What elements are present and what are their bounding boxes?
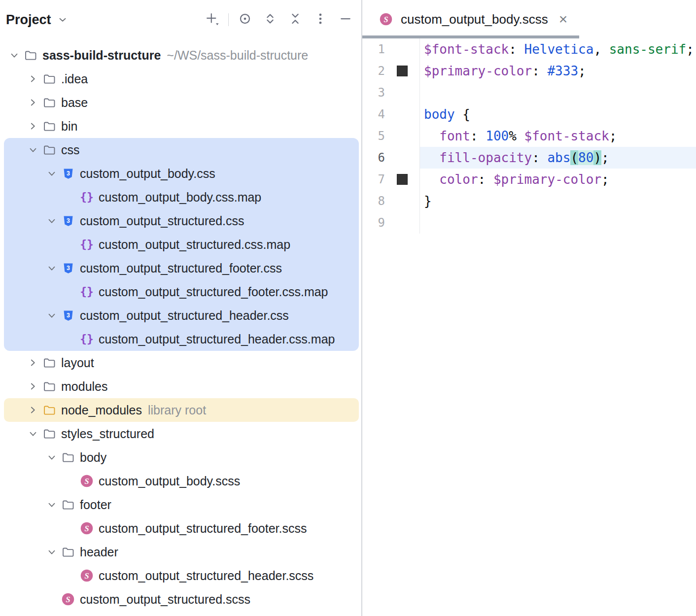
project-view-selector[interactable]: Project [6, 12, 70, 28]
tree-row[interactable]: layout [0, 351, 361, 375]
chevron-down-icon[interactable] [44, 450, 59, 465]
tree-item-label: custom_output_structured_header.scss [99, 569, 313, 583]
svg-text:S: S [84, 571, 89, 581]
tree-row[interactable]: {}custom_output_structured_footer.css.ma… [0, 280, 361, 304]
editor-tab[interactable]: S custom_output_body.scss × [362, 0, 579, 38]
line-number[interactable]: 6 [362, 151, 385, 165]
tree-row[interactable]: {}custom_output_body.css.map [0, 185, 361, 209]
chevron-spacer [44, 592, 59, 607]
line-number[interactable]: 2 [362, 64, 385, 78]
chevron-right-icon[interactable] [26, 71, 40, 86]
tree-row[interactable]: Scustom_output_structured.scss [0, 587, 361, 611]
chevron-right-icon[interactable] [26, 403, 40, 417]
tree-row[interactable]: header [0, 540, 361, 564]
tree-row[interactable]: Scustom_output_structured_header.scss [0, 564, 361, 587]
tree-row[interactable]: styles_structured [0, 422, 361, 445]
sourcemap-file-icon: {} [79, 237, 95, 252]
editor-gutter: 6 [362, 147, 420, 169]
chevron-down-icon[interactable] [26, 142, 40, 157]
tree-row[interactable]: modules [0, 375, 361, 398]
sourcemap-file-icon: {} [79, 189, 95, 205]
line-number[interactable]: 5 [362, 129, 385, 143]
code-line: 3 [362, 82, 696, 103]
editor-gutter: 1 [362, 38, 420, 60]
line-number[interactable]: 1 [362, 42, 385, 56]
tree-row[interactable]: body [0, 445, 361, 469]
code-text[interactable]: $font-stack: Helvetica, sans-serif; [420, 38, 696, 60]
chevron-down-icon[interactable] [26, 426, 40, 441]
tree-row[interactable]: Scustom_output_body.scss [0, 469, 361, 493]
ide-window: Project sass-build-structure~/WS/sass-bu… [0, 0, 696, 616]
tree-row[interactable]: 3custom_output_structured_footer.css [0, 256, 361, 280]
folder-icon [41, 355, 57, 371]
tree-item-label: .idea [61, 72, 88, 86]
line-number[interactable]: 3 [362, 86, 385, 100]
expand-all-button[interactable] [261, 11, 279, 29]
tree-row[interactable]: {}custom_output_structured.css.map [0, 233, 361, 256]
tree-row[interactable]: sass-build-structure~/WS/sass-build-stru… [0, 43, 361, 67]
tree-row[interactable]: bin [0, 114, 361, 138]
tree-row[interactable]: footer [0, 493, 361, 516]
chevron-down-icon[interactable] [7, 48, 22, 63]
chevron-spacer [63, 521, 78, 536]
svg-text:3: 3 [67, 170, 70, 177]
chevron-down-icon[interactable] [44, 166, 59, 181]
line-number[interactable]: 4 [362, 107, 385, 121]
folder-icon [60, 449, 76, 465]
tree-item-suffix: library root [148, 403, 206, 417]
code-text[interactable]: } [420, 190, 696, 212]
chevron-down-icon[interactable] [44, 213, 59, 228]
code-text[interactable]: $primary-color: #333; [420, 60, 696, 82]
chevron-down-icon[interactable] [44, 545, 59, 559]
tree-row[interactable]: 3custom_output_structured.css [0, 209, 361, 233]
chevron-right-icon[interactable] [26, 355, 40, 370]
chevron-right-icon[interactable] [26, 379, 40, 394]
tree-item-label: custom_output_body.css [80, 167, 215, 181]
plus-icon [204, 11, 220, 29]
editor-tab-label: custom_output_body.scss [401, 12, 548, 27]
chevron-down-icon[interactable] [44, 497, 59, 512]
sass-file-icon: S [79, 520, 95, 536]
locate-button[interactable] [236, 11, 254, 29]
chevron-right-icon[interactable] [26, 95, 40, 110]
color-preview-swatch[interactable] [397, 66, 408, 76]
tree-row[interactable]: base [0, 91, 361, 114]
tree-row[interactable]: .idea [0, 67, 361, 91]
gutter-icon-slot [385, 174, 419, 185]
line-number[interactable]: 9 [362, 216, 385, 230]
color-preview-swatch[interactable] [397, 174, 408, 185]
svg-text:S: S [84, 477, 89, 486]
more-options-button[interactable] [312, 11, 329, 29]
code-text[interactable] [420, 82, 696, 103]
collapse-all-button[interactable] [286, 11, 304, 29]
code-text[interactable] [420, 212, 696, 234]
code-editor[interactable]: 1$font-stack: Helvetica, sans-serif;2$pr… [362, 38, 696, 616]
chevron-down-icon [55, 12, 70, 27]
chevron-down-icon[interactable] [44, 261, 59, 275]
tree-row[interactable]: 3custom_output_structured_header.css [0, 304, 361, 327]
collapse-icon [288, 11, 303, 28]
library-folder-icon [41, 402, 57, 418]
minus-icon [338, 11, 353, 28]
code-text[interactable]: font: 100% $font-stack; [420, 125, 696, 147]
line-number[interactable]: 8 [362, 194, 385, 208]
tree-row[interactable]: Scustom_output_structured_footer.scss [0, 516, 361, 540]
chevron-spacer [63, 284, 78, 299]
chevron-right-icon[interactable] [26, 119, 40, 134]
gutter-icon-slot [385, 66, 419, 76]
code-text[interactable]: color: $primary-color; [420, 169, 696, 190]
close-icon[interactable]: × [559, 12, 568, 27]
chevron-down-icon[interactable] [44, 308, 59, 323]
folder-icon [41, 71, 57, 87]
tree-row[interactable]: node_moduleslibrary root [0, 398, 361, 422]
line-number[interactable]: 7 [362, 172, 385, 186]
code-text[interactable]: body { [420, 103, 696, 125]
add-button[interactable] [203, 11, 221, 29]
tree-item-label: custom_output_body.scss [99, 474, 240, 488]
tree-row[interactable]: css [0, 138, 361, 162]
tree-row[interactable]: 3custom_output_body.css [0, 162, 361, 185]
hide-button[interactable] [337, 11, 354, 29]
code-text[interactable]: fill-opacity: abs(80); [420, 147, 696, 169]
tree-row[interactable]: {}custom_output_structured_header.css.ma… [0, 327, 361, 351]
editor-gutter: 2 [362, 60, 420, 82]
